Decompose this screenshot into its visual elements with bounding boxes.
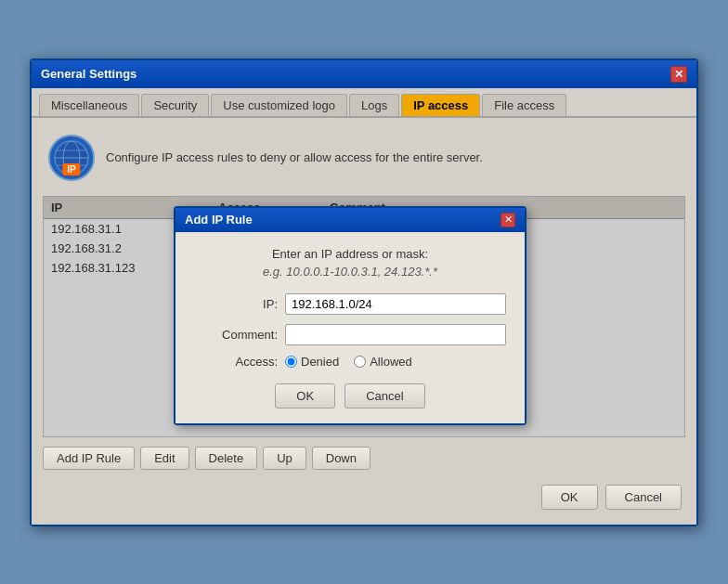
modal-ok-button[interactable]: OK xyxy=(275,383,335,409)
add-ip-rule-modal: Add IP Rule ✕ Enter an IP address or mas… xyxy=(174,206,526,425)
tab-ip-access[interactable]: IP access xyxy=(401,94,480,116)
modal-instruction: Enter an IP address or mask: xyxy=(194,247,506,261)
main-window: General Settings ✕ Miscellaneous Securit… xyxy=(30,58,698,526)
ip-field-label: IP: xyxy=(194,297,278,311)
ok-button[interactable]: OK xyxy=(541,485,598,510)
modal-example: e.g. 10.0.0.1-10.0.3.1, 24.123.*.* xyxy=(194,265,506,279)
rules-panel: IP Access Comment 192.168.31.1 192.168.3… xyxy=(43,196,685,437)
modal-title: Add IP Rule xyxy=(185,213,253,227)
tab-miscellaneous[interactable]: Miscellaneous xyxy=(39,94,139,116)
allowed-radio-label[interactable]: Allowed xyxy=(354,355,412,369)
ip-field-row: IP: xyxy=(194,293,506,315)
delete-button[interactable]: Delete xyxy=(195,447,258,470)
allowed-radio[interactable] xyxy=(354,356,366,368)
cancel-button[interactable]: Cancel xyxy=(605,485,682,510)
info-box: IP Configure IP access rules to deny or … xyxy=(43,129,685,187)
denied-label: Denied xyxy=(301,355,339,369)
comment-field-label: Comment: xyxy=(194,328,278,342)
edit-button[interactable]: Edit xyxy=(140,447,188,470)
up-button[interactable]: Up xyxy=(263,447,306,470)
denied-radio[interactable] xyxy=(285,356,297,368)
tab-bar: Miscellaneous Security Use customized lo… xyxy=(32,88,696,118)
tab-file-access[interactable]: File access xyxy=(482,94,566,116)
comment-field-row: Comment: xyxy=(194,324,506,345)
window-close-button[interactable]: ✕ xyxy=(670,66,687,83)
comment-input[interactable] xyxy=(285,324,506,345)
info-description: Configure IP access rules to deny or all… xyxy=(106,150,483,164)
access-row: Access: Denied Allowed xyxy=(194,355,506,369)
down-button[interactable]: Down xyxy=(312,447,370,470)
modal-cancel-button[interactable]: Cancel xyxy=(344,383,424,409)
ip-icon: IP xyxy=(48,135,95,181)
content-area: IP Configure IP access rules to deny or … xyxy=(32,118,696,525)
tab-logs[interactable]: Logs xyxy=(349,94,399,116)
denied-radio-label[interactable]: Denied xyxy=(285,355,339,369)
tab-use-customized-logo[interactable]: Use customized logo xyxy=(211,94,347,116)
action-buttons: Add IP Rule Edit Delete Up Down xyxy=(43,447,685,470)
title-bar: General Settings ✕ xyxy=(32,60,696,88)
access-radio-group: Denied Allowed xyxy=(285,355,412,369)
ip-label: IP xyxy=(62,163,80,175)
modal-close-button[interactable]: ✕ xyxy=(500,213,515,227)
window-title: General Settings xyxy=(41,67,136,81)
tab-security[interactable]: Security xyxy=(141,94,209,116)
modal-overlay: Add IP Rule ✕ Enter an IP address or mas… xyxy=(44,197,684,436)
add-ip-rule-button[interactable]: Add IP Rule xyxy=(43,447,135,470)
modal-buttons: OK Cancel xyxy=(194,383,506,409)
ip-input[interactable] xyxy=(285,293,506,315)
access-label: Access: xyxy=(194,355,278,369)
bottom-buttons: OK Cancel xyxy=(43,479,685,513)
modal-content: Enter an IP address or mask: e.g. 10.0.0… xyxy=(176,232,525,423)
allowed-label: Allowed xyxy=(370,355,412,369)
modal-title-bar: Add IP Rule ✕ xyxy=(176,208,525,232)
